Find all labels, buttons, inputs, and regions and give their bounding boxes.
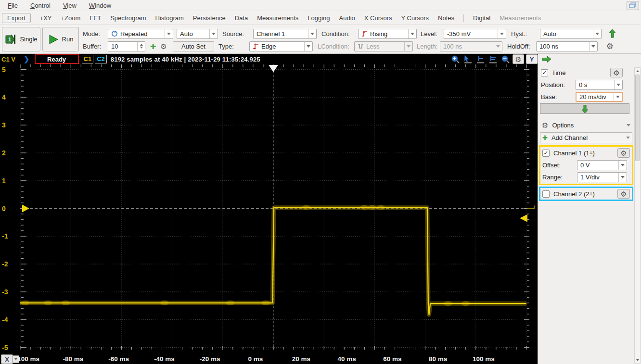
view-logging[interactable]: Logging [308,14,330,22]
menu-control[interactable]: Control [30,2,51,9]
offset-value: 0 V [580,162,616,169]
single-button[interactable]: 1 Single [2,27,40,51]
mode-combo[interactable]: Repeated [108,29,173,39]
buffer-label: Buffer: [83,43,108,50]
buffer-spinner[interactable]: 10 [108,41,145,51]
svg-text:-60 ms: -60 ms [108,355,129,363]
collapse-panel-arrow-icon[interactable] [541,55,552,63]
auto-set-button[interactable]: Auto Set [173,41,214,51]
spin-up-icon[interactable] [140,44,143,46]
run-icon [48,34,59,45]
rising-edge-icon [361,30,368,37]
add-channel-button[interactable]: ✚ Add Channel [540,132,632,143]
view-data[interactable]: Data [235,14,248,22]
view-measurements[interactable]: Measurements [257,14,298,22]
menu-window[interactable]: Window [89,2,111,9]
view-y-cursors[interactable]: Y Cursors [401,14,429,22]
svg-text:80 ms: 80 ms [429,355,447,363]
view-x-cursors[interactable]: X Cursors [364,14,392,22]
hyst-label: Hyst.: [511,30,540,38]
pointer-tool-button[interactable] [462,54,473,64]
menu-view[interactable]: View [63,2,77,9]
chevron-down-icon [621,164,625,166]
scope-plot-area[interactable]: 543210-1-2-3-4-5-100 ms-80 ms-60 ms-40 m… [0,64,538,364]
condition-combo[interactable]: Rising [358,29,417,39]
channel1-settings-button[interactable]: ⚙ [617,148,630,158]
holdoff-combo[interactable]: 100 ns [536,41,598,51]
channel2-settings-button[interactable]: ⚙ [617,189,630,199]
view-plus-zoom[interactable]: +Zoom [61,14,81,22]
mode-value: Repeated [120,30,162,38]
channel2-label: Channel 2 (2±) [553,190,617,198]
position-combo[interactable]: 0 s [576,80,623,90]
scrollbar-up-arrow[interactable] [635,68,640,74]
run-label: Run [62,36,74,43]
samples-info: 8192 samples at 40 kHz | 2023-11-29 11:3… [111,56,260,63]
single-icon: 1 [5,34,16,45]
x-cursor-tool-button[interactable] [475,54,486,64]
options-row[interactable]: ⚙ Options [540,120,632,131]
time-section-label: Time [552,69,610,76]
scrollbar-thumb[interactable] [635,75,640,161]
hyst-combo[interactable]: Auto [540,29,602,39]
y-cursor-tool-button[interactable] [487,54,498,64]
channel1-badge[interactable]: C1 [82,55,94,63]
lcondition-combo[interactable]: Less [354,41,413,51]
view-spectrogram[interactable]: Spectrogram [110,14,146,22]
svg-text:-1: -1 [2,232,8,240]
zoom-in-icon [451,55,460,63]
view-histogram[interactable]: Histogram [155,14,184,22]
restore-windows-button[interactable] [627,1,639,10]
scroll-up-arrow-icon[interactable] [609,29,615,38]
view-fft[interactable]: FFT [90,14,101,22]
run-button[interactable]: Run [42,27,79,51]
trigger-settings-button[interactable]: ⚙ [604,41,615,51]
channel2-group: Channel 2 (2±) ⚙ [539,187,633,201]
offset-label: Offset: [542,162,577,169]
source-combo[interactable]: Channel 1 [253,29,317,39]
chevron-down-icon [500,33,504,35]
move-panel-down-button[interactable] [540,103,629,114]
length-combo[interactable]: 100 ns [440,41,502,51]
mode-auto-combo[interactable]: Auto [177,29,218,39]
add-buffer-button[interactable]: ✚ [148,41,158,51]
source-value: Channel 1 [256,30,306,38]
buffer-settings-button[interactable]: ⚙ [158,41,169,51]
chevron-down-icon [407,45,410,48]
view-export[interactable]: Export [2,13,31,23]
view-audio[interactable]: Audio [339,14,355,22]
sidebar-scrollbar[interactable] [634,67,641,364]
level-combo[interactable]: -350 mV [444,29,506,39]
range-combo[interactable]: 1 V/div [577,172,627,182]
lcondition-value: Less [366,43,402,50]
y-axis-button[interactable]: Y [526,54,538,64]
channel2-badge[interactable]: C2 [95,55,107,63]
time-checkbox[interactable]: ✓ [541,69,548,76]
channel1-checkbox[interactable]: ✓ [542,150,550,157]
type-combo[interactable]: Edge [249,41,313,51]
type-value: Edge [261,43,302,50]
menu-file[interactable]: File [8,2,18,9]
svg-text:2: 2 [2,149,6,157]
x-axis-dropdown[interactable] [13,355,19,363]
svg-text:-5: -5 [2,344,8,351]
zoom-fit-button[interactable] [500,54,511,64]
acquisition-toolbar: 1 Single Run Mode: Repeated Auto [0,25,641,54]
holdoff-label: HoldOff: [507,43,536,50]
source-label: Source: [222,30,253,38]
time-settings-button[interactable]: ⚙ [610,68,623,77]
waveform-chart: 543210-1-2-3-4-5-100 ms-80 ms-60 ms-40 m… [0,64,538,364]
spin-down-icon[interactable] [140,47,143,49]
zoom-in-button[interactable] [450,54,461,64]
base-combo[interactable]: 20 ms/div [576,92,623,102]
offset-combo[interactable]: 0 V [577,160,627,170]
x-axis-button[interactable]: X [1,354,13,364]
view-plus-xy[interactable]: +XY [40,14,52,22]
expand-chevron-icon[interactable]: ❯ [24,55,30,63]
view-notes[interactable]: Notes [438,14,454,22]
view-persistence[interactable]: Persistence [193,14,226,22]
scrollbar-down-arrow[interactable] [635,357,640,363]
plot-settings-button[interactable]: ⚙ [513,54,524,64]
channel2-checkbox[interactable] [542,190,550,198]
view-digital[interactable]: Digital [473,14,490,22]
